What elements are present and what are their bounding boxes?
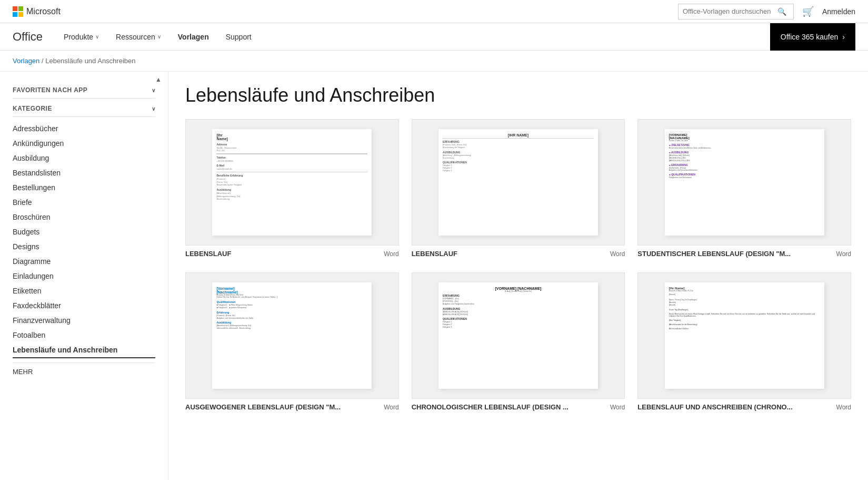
ms-sq-green xyxy=(18,6,23,11)
sidebar-divider xyxy=(13,98,155,99)
top-bar: Microsoft 🔍 🛒 Anmelden xyxy=(0,0,868,23)
nav-item-products[interactable]: Produkte ∨ xyxy=(55,23,107,51)
template-thumb-1: [IHR NAME] ERFAHRUNG [Positions-Titel] -… xyxy=(412,119,625,246)
template-thumb-5: [Ihr Name] Anschrift | E-Mail | Straße, … xyxy=(637,272,851,399)
template-app-5: Word xyxy=(836,404,851,411)
template-info-4: CHRONOLOGISCHER LEBENSLAUF (DESIGN ... W… xyxy=(412,399,625,413)
sidebar: ▲ FAVORITEN NACH APP ∨ KATEGORIE ∨ Adres… xyxy=(0,72,168,480)
template-app-1: Word xyxy=(610,250,625,258)
template-card-3[interactable]: [Vorname][Nachname] [Kontakt] | [E-Mail]… xyxy=(185,272,399,413)
template-card-5[interactable]: [Ihr Name] Anschrift | E-Mail | Straße, … xyxy=(637,272,851,413)
template-card-1[interactable]: [IHR NAME] ERFAHRUNG [Positions-Titel] -… xyxy=(412,119,625,260)
template-app-2: Word xyxy=(836,250,851,258)
template-name-0: LEBENSLAUF xyxy=(185,250,384,258)
template-info-2: STUDENTISCHER LEBENSLAUF (DESIGN "M... W… xyxy=(637,246,851,260)
microsoft-logo[interactable]: Microsoft xyxy=(13,6,61,17)
sidebar-item-faxdeckblaetter[interactable]: Faxdeckblätter xyxy=(13,298,155,313)
cart-icon[interactable]: 🛒 xyxy=(802,6,814,17)
chevron-down-icon: ∨ xyxy=(152,106,156,112)
chevron-down-icon: ∨ xyxy=(157,34,161,40)
signin-button[interactable]: Anmelden xyxy=(822,7,855,16)
sidebar-item-bestellungen[interactable]: Bestellungen xyxy=(13,180,155,195)
nav-bar: Office Produkte ∨ Ressourcen ∨ Vorlagen … xyxy=(0,23,868,51)
sidebar-item-briefe[interactable]: Briefe xyxy=(13,195,155,210)
sidebar-kategorie-title[interactable]: KATEGORIE ∨ xyxy=(13,105,155,112)
scroll-up-icon[interactable]: ▲ xyxy=(155,76,162,83)
template-thumb-3: [Vorname][Nachname] [Kontakt] | [E-Mail]… xyxy=(185,272,399,399)
content-area: Lebensläufe und Anschreiben [IhrName] Ad… xyxy=(168,72,868,480)
template-card-4[interactable]: [VORNAME] [NACHNAME] [E-Mail] | [Kontakt… xyxy=(412,272,625,413)
sidebar-item-budgets[interactable]: Budgets xyxy=(13,224,155,239)
search-icon: 🔍 xyxy=(777,7,786,16)
template-app-0: Word xyxy=(384,250,398,258)
buy-button[interactable]: Office 365 kaufen › xyxy=(770,23,855,51)
search-box[interactable]: 🔍 xyxy=(678,4,794,19)
template-grid: [IhrName] Adresse Straße, HausnummerPLZ,… xyxy=(185,119,851,413)
sidebar-item-einladungen[interactable]: Einladungen xyxy=(13,269,155,283)
sidebar-item-adressbuecher[interactable]: Adressbücher xyxy=(13,121,155,136)
nav-item-support[interactable]: Support xyxy=(217,23,260,51)
template-app-3: Word xyxy=(384,404,398,411)
sidebar-divider-2 xyxy=(13,116,155,117)
thumb-inner-2: [VORNAME][NACHNAME] Kontakt | E-Mail | T… xyxy=(665,129,824,236)
sidebar-item-diagramme[interactable]: Diagramme xyxy=(13,254,155,269)
nav-left: Office Produkte ∨ Ressourcen ∨ Vorlagen … xyxy=(13,23,260,51)
sidebar-item-lebenslaeufe[interactable]: Lebensläufe und Anschreiben xyxy=(13,342,155,358)
ms-sq-red xyxy=(13,6,17,11)
search-input[interactable] xyxy=(683,7,777,15)
breadcrumb-current: Lebensläufe und Anschreiben xyxy=(45,57,135,65)
ms-sq-blue xyxy=(13,12,17,17)
nav-item-resources[interactable]: Ressourcen ∨ xyxy=(107,23,169,51)
template-info-0: LEBENSLAUF Word xyxy=(185,246,399,260)
thumb-inner-3: [Vorname][Nachname] [Kontakt] | [E-Mail]… xyxy=(212,282,372,389)
office-logo[interactable]: Office xyxy=(13,30,43,44)
sidebar-item-broschueren[interactable]: Broschüren xyxy=(13,210,155,224)
breadcrumb-parent[interactable]: Vorlagen xyxy=(13,57,39,65)
nav-item-templates[interactable]: Vorlagen xyxy=(169,23,217,51)
sidebar-item-ausbildung[interactable]: Ausbildung xyxy=(13,151,155,165)
sidebar-item-finanzverwaltung[interactable]: Finanzverwaltung xyxy=(13,313,155,328)
ms-squares-icon xyxy=(13,6,23,17)
template-name-5: LEBENSLAUF UND ANSCHREIBEN (CHRONO... xyxy=(637,403,836,411)
thumb-inner-4: [VORNAME] [NACHNAME] [E-Mail] | [Kontakt… xyxy=(438,282,598,389)
page-title: Lebensläufe und Anschreiben xyxy=(185,84,851,106)
template-name-2: STUDENTISCHER LEBENSLAUF (DESIGN "M... xyxy=(637,250,836,258)
template-info-5: LEBENSLAUF UND ANSCHREIBEN (CHRONO... Wo… xyxy=(637,399,851,413)
sidebar-item-fotoalben[interactable]: Fotoalben xyxy=(13,328,155,342)
breadcrumb: Vorlagen / Lebensläufe und Anschreiben xyxy=(0,51,868,72)
main-layout: ▲ FAVORITEN NACH APP ∨ KATEGORIE ∨ Adres… xyxy=(0,72,868,480)
template-thumb-0: [IhrName] Adresse Straße, HausnummerPLZ,… xyxy=(185,119,399,246)
template-info-3: AUSGEWOGENER LEBENSLAUF (DESIGN "M... Wo… xyxy=(185,399,399,413)
ms-sq-yellow xyxy=(18,12,23,17)
sidebar-favorites-title[interactable]: FAVORITEN NACH APP ∨ xyxy=(13,86,155,94)
template-card-2[interactable]: [VORNAME][NACHNAME] Kontakt | E-Mail | T… xyxy=(637,119,851,260)
template-info-1: LEBENSLAUF Word xyxy=(412,246,625,260)
thumb-inner-5: [Ihr Name] Anschrift | E-Mail | Straße, … xyxy=(665,282,824,389)
thumb-inner-1: [IHR NAME] ERFAHRUNG [Positions-Titel] -… xyxy=(438,129,598,236)
sidebar-more-button[interactable]: MEHR xyxy=(13,365,33,379)
sidebar-item-ankuendigungen[interactable]: Ankündigungen xyxy=(13,136,155,151)
template-name-3: AUSGEWOGENER LEBENSLAUF (DESIGN "M... xyxy=(185,403,384,411)
sidebar-item-designs[interactable]: Designs xyxy=(13,239,155,254)
chevron-down-icon: ∨ xyxy=(95,34,99,40)
thumb-inner-0: [IhrName] Adresse Straße, HausnummerPLZ,… xyxy=(212,129,372,236)
template-thumb-4: [VORNAME] [NACHNAME] [E-Mail] | [Kontakt… xyxy=(412,272,625,399)
template-thumb-2: [VORNAME][NACHNAME] Kontakt | E-Mail | T… xyxy=(637,119,851,246)
company-name: Microsoft xyxy=(26,7,61,16)
template-app-4: Word xyxy=(610,404,625,411)
sidebar-divider-3 xyxy=(13,363,155,363)
template-card-0[interactable]: [IhrName] Adresse Straße, HausnummerPLZ,… xyxy=(185,119,399,260)
template-name-4: CHRONOLOGISCHER LEBENSLAUF (DESIGN ... xyxy=(412,403,610,411)
template-name-1: LEBENSLAUF xyxy=(412,250,610,258)
sidebar-item-bestandslisten[interactable]: Bestandslisten xyxy=(13,165,155,180)
sidebar-item-etiketten[interactable]: Etiketten xyxy=(13,283,155,298)
top-bar-right: 🔍 🛒 Anmelden xyxy=(678,4,855,19)
chevron-down-icon: ∨ xyxy=(152,87,156,93)
